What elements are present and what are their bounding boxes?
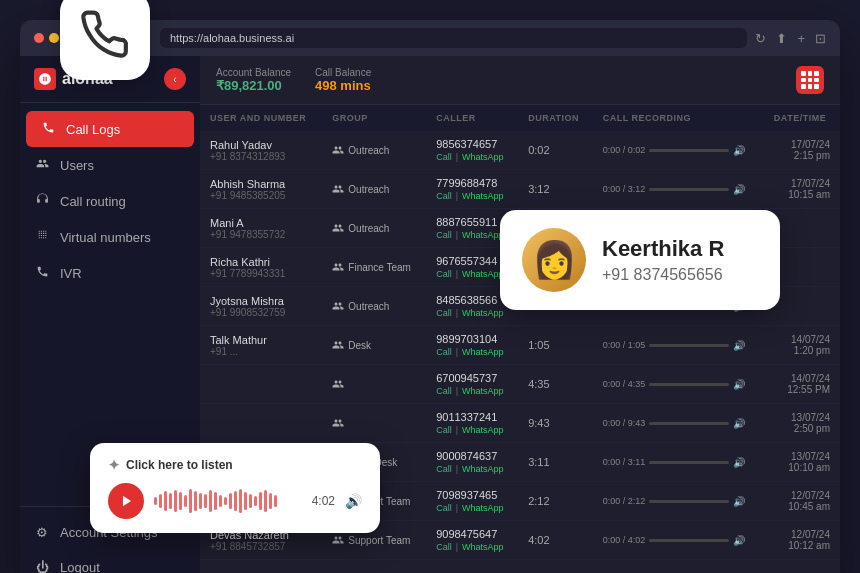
- waveform-bar: [229, 493, 232, 509]
- call-action[interactable]: Call: [436, 386, 452, 396]
- call-action[interactable]: Call: [436, 230, 452, 240]
- call-action[interactable]: Call: [436, 464, 452, 474]
- group-cell: Finance Team: [322, 248, 426, 287]
- group-name: Outreach: [348, 145, 389, 156]
- grid-menu-icon[interactable]: [796, 66, 824, 94]
- rec-bar[interactable]: [649, 539, 729, 542]
- caller-links: 7799688478 Call | WhatsApp: [436, 177, 508, 201]
- datetime-cell: 14/07/24 12:55 PM: [764, 365, 840, 404]
- close-button[interactable]: [34, 33, 44, 43]
- group-cell: Outreach: [322, 287, 426, 326]
- waveform-bar: [184, 495, 187, 507]
- ivr-icon: [34, 265, 50, 281]
- whatsapp-action[interactable]: WhatsApp: [462, 269, 504, 279]
- rec-bar[interactable]: [649, 149, 729, 152]
- audio-title-text: Click here to listen: [126, 458, 233, 472]
- minimize-button[interactable]: [49, 33, 59, 43]
- group-icon: [332, 222, 344, 234]
- call-action[interactable]: Call: [436, 152, 452, 162]
- refresh-icon[interactable]: ↻: [755, 31, 766, 46]
- col-caller: Caller: [426, 105, 518, 131]
- rec-speaker[interactable]: 🔊: [733, 457, 745, 468]
- time-text: 10:15 am: [774, 189, 830, 200]
- table-row[interactable]: 9011337241 Call | WhatsApp 9:43 0:00 / 9…: [200, 404, 840, 443]
- recording-bar-inner: 0:00 / 4:35 🔊: [603, 379, 754, 390]
- whatsapp-action[interactable]: WhatsApp: [462, 230, 504, 240]
- caller-cell: 9098475647 Call | WhatsApp: [426, 521, 518, 560]
- call-action[interactable]: Call: [436, 503, 452, 513]
- rec-speaker[interactable]: 🔊: [733, 379, 745, 390]
- whatsapp-action[interactable]: WhatsApp: [462, 308, 504, 318]
- date-text: 12/07/24: [774, 490, 830, 501]
- rec-speaker[interactable]: 🔊: [733, 496, 745, 507]
- rec-bar[interactable]: [649, 188, 729, 191]
- group-badge: Outreach: [332, 300, 416, 312]
- waveform-bar: [239, 489, 242, 513]
- rec-bar[interactable]: [649, 461, 729, 464]
- sidebar-item-call-routing[interactable]: Call routing: [20, 183, 200, 219]
- table-row[interactable]: Abhish Sharma +91 9485385205 Outreach 77…: [200, 170, 840, 209]
- new-tab-icon[interactable]: +: [797, 31, 805, 46]
- whatsapp-action[interactable]: WhatsApp: [462, 386, 504, 396]
- whatsapp-action[interactable]: WhatsApp: [462, 464, 504, 474]
- caller-links: 9676557344 Call | WhatsApp: [436, 255, 508, 279]
- group-badge: [332, 378, 416, 390]
- duration-cell: 3:11: [518, 443, 593, 482]
- whatsapp-action[interactable]: WhatsApp: [462, 191, 504, 201]
- caller-actions: Call | WhatsApp: [436, 503, 508, 513]
- svg-marker-0: [123, 496, 131, 507]
- rec-speaker[interactable]: 🔊: [733, 184, 745, 195]
- rec-speaker[interactable]: 🔊: [733, 418, 745, 429]
- call-action[interactable]: Call: [436, 191, 452, 201]
- whatsapp-action[interactable]: WhatsApp: [462, 425, 504, 435]
- whatsapp-action[interactable]: WhatsApp: [462, 152, 504, 162]
- table-row[interactable]: Rahul Yadav +91 8374312893 Outreach 9856…: [200, 131, 840, 170]
- user-cell: Mani A +91 9478355732: [200, 209, 322, 248]
- more-icon[interactable]: ⊡: [815, 31, 826, 46]
- user-number: +91 7789943331: [210, 268, 312, 279]
- call-action[interactable]: Call: [436, 347, 452, 357]
- sidebar-item-label: Users: [60, 158, 94, 173]
- rec-bar[interactable]: [649, 344, 729, 347]
- call-action[interactable]: Call: [436, 269, 452, 279]
- whatsapp-action[interactable]: WhatsApp: [462, 503, 504, 513]
- group-badge: Finance Team: [332, 261, 416, 273]
- play-button[interactable]: [108, 483, 144, 519]
- group-cell: [322, 404, 426, 443]
- rec-speaker[interactable]: 🔊: [733, 535, 745, 546]
- date-text: 13/07/24: [774, 412, 830, 423]
- call-action[interactable]: Call: [436, 425, 452, 435]
- rec-bar[interactable]: [649, 422, 729, 425]
- duration-cell: 1:05: [518, 326, 593, 365]
- sidebar-item-logout[interactable]: ⏻ Logout: [20, 550, 200, 573]
- group-name: Outreach: [348, 223, 389, 234]
- rec-bar[interactable]: [649, 383, 729, 386]
- col-datetime: Date/Time: [764, 105, 840, 131]
- user-number: +91 9908532759: [210, 307, 312, 318]
- address-bar[interactable]: https://alohaa.business.ai: [160, 28, 747, 48]
- rec-speaker[interactable]: 🔊: [733, 340, 745, 351]
- headset-icon: [34, 193, 50, 209]
- table-row[interactable]: 6700945737 Call | WhatsApp 4:35 0:00 / 4…: [200, 365, 840, 404]
- sparkle-icon: ✦: [108, 457, 120, 473]
- sidebar-back-button[interactable]: ‹: [164, 68, 186, 90]
- volume-icon[interactable]: 🔊: [345, 493, 362, 509]
- table-row[interactable]: Talk Mathur +91 ... Desk 9899703104 Call…: [200, 326, 840, 365]
- caller-links: 9011337241 Call | WhatsApp: [436, 411, 508, 435]
- sidebar-item-call-logs[interactable]: Call Logs: [26, 111, 194, 147]
- whatsapp-action[interactable]: WhatsApp: [462, 347, 504, 357]
- call-action[interactable]: Call: [436, 308, 452, 318]
- whatsapp-action[interactable]: WhatsApp: [462, 542, 504, 552]
- datetime-cell: 13/07/24 10:10 am: [764, 443, 840, 482]
- rec-speaker[interactable]: 🔊: [733, 145, 745, 156]
- sidebar-item-virtual-numbers[interactable]: Virtual numbers: [20, 219, 200, 255]
- rec-bar[interactable]: [649, 500, 729, 503]
- caller-actions: Call | WhatsApp: [436, 230, 508, 240]
- call-action[interactable]: Call: [436, 542, 452, 552]
- share-icon[interactable]: ⬆: [776, 31, 787, 46]
- sidebar-item-users[interactable]: Users: [20, 147, 200, 183]
- sidebar-item-ivr[interactable]: IVR: [20, 255, 200, 291]
- group-icon: [332, 339, 344, 351]
- caller-links: 8887655911 Call | WhatsApp: [436, 216, 508, 240]
- user-cell: Jyotsna Mishra +91 9908532759: [200, 287, 322, 326]
